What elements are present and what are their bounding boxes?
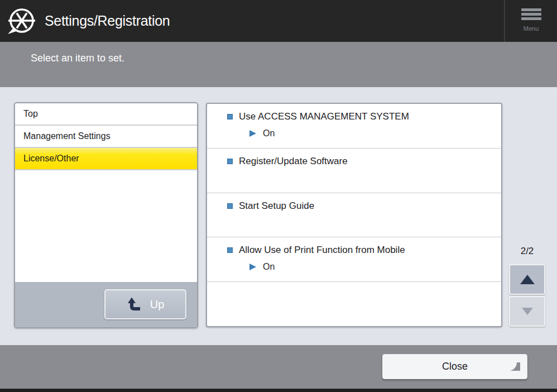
menu-button-label: Menu [524,25,539,32]
nav-list: Top Management Settings License/Other [15,103,197,282]
setting-row-empty [207,282,501,326]
setting-label: Allow Use of Print Function from Mobile [239,245,405,256]
scroll-down-button[interactable] [509,296,545,327]
setting-label: Start Setup Guide [239,200,314,212]
return-curl-icon [508,361,522,375]
nav-footer: Up [15,282,197,327]
setting-row-allow-print-from-mobile[interactable]: Allow Use of Print Function from Mobile … [207,237,501,282]
square-bullet-icon [227,247,233,253]
setting-value: On [263,262,275,272]
nav-panel: Top Management Settings License/Other Up [14,102,198,328]
arrow-down-icon [522,308,533,315]
page-title: Settings/Registration [45,13,170,29]
hamburger-icon [521,8,541,20]
status-message: Select an item to set. [31,52,124,64]
up-arrow-icon [127,297,142,312]
square-bullet-icon [227,159,233,164]
setting-row-start-setup-guide[interactable]: Start Setup Guide [207,193,501,238]
bottom-black-strip [0,389,557,392]
app-header: Settings/Registration Menu [0,0,557,42]
scroll-up-button[interactable] [509,264,545,295]
nav-item-management-settings[interactable]: Management Settings [15,126,197,148]
settings-panel: Use ACCESS MANAGEMENT SYSTEM On Register… [206,103,502,327]
up-button[interactable]: Up [104,289,186,319]
setting-label: Use ACCESS MANAGEMENT SYSTEM [239,111,409,122]
page-indicator: 2/2 [509,246,545,257]
bottom-bar: Close [0,345,557,389]
arrow-up-icon [520,275,535,284]
setting-label: Register/Update Software [239,156,348,167]
up-button-label: Up [150,298,165,311]
device-screen: Settings/Registration Menu Select an ite… [0,0,557,392]
setting-value: On [263,128,275,138]
menu-button[interactable]: Menu [504,0,557,42]
setting-row-register-update-software[interactable]: Register/Update Software [207,149,501,193]
triangle-bullet-icon [249,130,256,137]
nav-item-top[interactable]: Top [15,103,197,126]
settings-registration-icon [5,5,37,37]
close-button[interactable]: Close [382,354,527,379]
triangle-bullet-icon [249,264,256,270]
nav-item-license-other[interactable]: License/Other [15,148,197,170]
status-bar: Select an item to set. [0,42,557,87]
square-bullet-icon [227,203,233,209]
close-button-label: Close [442,361,468,372]
square-bullet-icon [227,114,233,119]
setting-row-use-access-management-system[interactable]: Use ACCESS MANAGEMENT SYSTEM On [207,104,501,149]
